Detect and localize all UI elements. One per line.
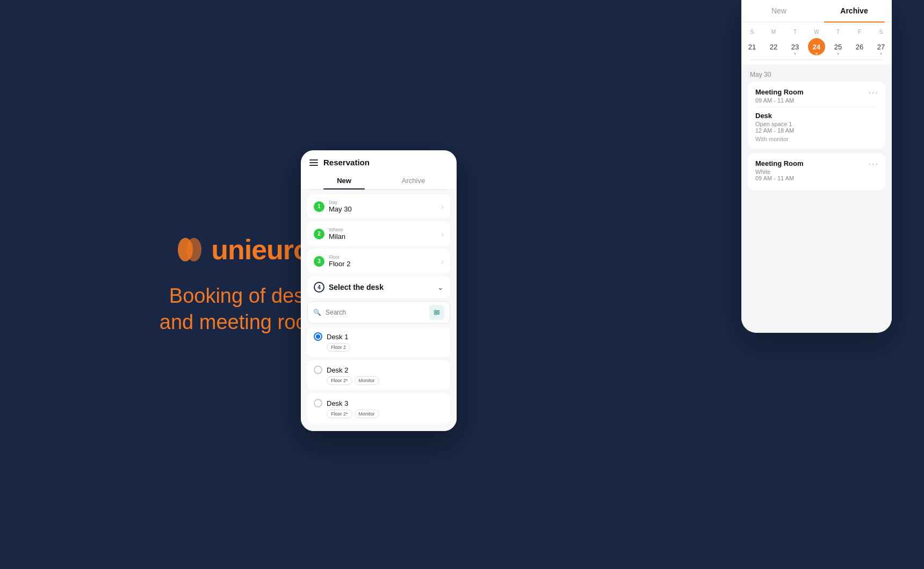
event-card-2: Meeting Room White 09 AM - 11 AM ···	[748, 153, 885, 190]
phone-header: Reservation New Archive	[301, 150, 457, 190]
filter-sliders-icon	[433, 309, 441, 316]
calendar-section: S M T W T F S 21 22 23 24	[741, 23, 892, 64]
cal-day-21[interactable]: 21	[743, 38, 761, 55]
calendar-days-row: 21 22 23 24 25 26 27	[741, 38, 892, 55]
cal-day-24[interactable]: 24	[808, 38, 825, 55]
tab-new[interactable]: New	[309, 172, 379, 189]
cal-day-27[interactable]: 27	[872, 38, 890, 55]
cal-dot-23	[794, 53, 796, 55]
event-2-location: Open space 1	[755, 121, 878, 127]
step-1-row[interactable]: 1 Day May 30 ›	[307, 194, 450, 218]
event-card-2-more-button[interactable]: ···	[869, 159, 879, 169]
event-date-header: May 30	[741, 64, 892, 82]
desk-3-tags: Floor 2* Monitor	[327, 410, 444, 418]
phone-tabs: New Archive	[309, 172, 448, 189]
unieuro-logo-icon	[174, 234, 206, 266]
cal-label-w: W	[808, 29, 825, 35]
right-tabs: New Archive	[741, 0, 892, 23]
step-1-value: May 30	[329, 205, 352, 213]
step-3-content: Floor Floor 2	[329, 254, 350, 268]
step-3-label: Floor	[329, 254, 350, 260]
step-2-row[interactable]: 2 Where Milan ›	[307, 222, 450, 246]
step-3-row[interactable]: 3 Floor Floor 2 ›	[307, 249, 450, 273]
step-2-chevron: ›	[441, 230, 444, 238]
event-card-2-time: 09 AM - 11 AM	[755, 175, 878, 181]
cal-label-s1: S	[743, 29, 761, 35]
desk-1-tag-1: Floor 2	[327, 343, 350, 352]
step-3-chevron: ›	[441, 257, 444, 266]
step-1-left: 1 Day May 30	[314, 200, 352, 213]
calendar-day-labels: S M T W T F S	[741, 29, 892, 35]
event-1-time: 09 AM - 11 AM	[755, 97, 878, 104]
desk-2-radio[interactable]	[314, 366, 322, 374]
step-3-value: Floor 2	[329, 260, 350, 268]
event-card-1: Meeting Room 09 AM - 11 AM Desk Open spa…	[748, 82, 885, 149]
phone-app-container: Reservation New Archive 1	[301, 150, 457, 431]
tagline-line1: Booking of desk	[160, 283, 324, 309]
right-tab-new[interactable]: New	[741, 0, 817, 21]
step-1-content: Day May 30	[329, 200, 352, 213]
step-2-content: Where Milan	[329, 227, 345, 240]
cal-label-s2: S	[872, 29, 890, 35]
cal-label-t2: T	[829, 29, 847, 35]
step-2-number: 2	[314, 229, 324, 239]
svg-point-5	[435, 310, 437, 312]
desk-1-name: Desk 1	[327, 333, 348, 341]
events-section: May 30 Meeting Room 09 AM - 11 AM Desk O…	[741, 64, 892, 333]
step-4-row[interactable]: 4 Select the desk ⌄	[307, 276, 450, 298]
event-1-type: Meeting Room	[755, 88, 878, 96]
desk-1-radio[interactable]	[314, 332, 322, 341]
desk-2-top: Desk 2	[314, 366, 444, 374]
desk-2-name: Desk 2	[327, 366, 348, 374]
event-2-time: 12 AM - 18 AM	[755, 127, 878, 134]
svg-point-6	[437, 312, 439, 313]
step-4-label: Select the desk	[329, 283, 384, 291]
step-1-label: Day	[329, 200, 352, 205]
desk-3-name: Desk 3	[327, 399, 348, 407]
desk-2-tag-2: Monitor	[355, 376, 379, 385]
step-1-chevron: ›	[441, 202, 444, 211]
phone-app-title: Reservation	[323, 158, 370, 167]
svg-point-1	[186, 238, 201, 261]
right-app-container: New Archive S M T W T F S 21 22 23	[741, 0, 892, 333]
phone-mockup: Reservation New Archive 1	[301, 150, 462, 569]
step-4-number: 4	[314, 282, 324, 293]
step-3-left: 3 Floor Floor 2	[314, 254, 350, 268]
right-section: New Archive S M T W T F S 21 22 23	[741, 0, 892, 569]
cal-day-26[interactable]: 26	[851, 38, 868, 55]
search-icon: 🔍	[313, 309, 321, 316]
event-card-divider	[755, 107, 878, 107]
step-4-left: 4 Select the desk	[314, 282, 384, 293]
tab-archive[interactable]: Archive	[379, 172, 448, 189]
search-row: 🔍	[307, 301, 450, 324]
search-input[interactable]	[326, 309, 425, 316]
event-2-note: With monitor	[755, 136, 878, 142]
cal-dot-24	[815, 53, 818, 55]
phone-header-top: Reservation	[309, 158, 448, 167]
tagline: Booking of desk and meeting room	[160, 283, 324, 336]
step-4-chevron: ⌄	[437, 283, 444, 291]
desk-3-item: Desk 3 Floor 2* Monitor	[307, 393, 450, 424]
desk-2-item: Desk 2 Floor 2* Monitor	[307, 360, 450, 390]
hamburger-menu-icon[interactable]	[309, 159, 318, 166]
phone-body: 1 Day May 30 › 2 Where Mil	[301, 190, 457, 431]
desk-1-top: Desk 1	[314, 332, 444, 341]
cal-label-t1: T	[786, 29, 804, 35]
event-2-type: Desk	[755, 112, 878, 120]
desk-1-item: Desk 1 Floor 2	[307, 327, 450, 357]
desk-3-radio[interactable]	[314, 399, 322, 407]
step-2-label: Where	[329, 227, 345, 232]
desk-1-tags: Floor 2	[327, 343, 444, 352]
filter-icon-button[interactable]	[429, 305, 444, 320]
step-3-number: 3	[314, 256, 324, 267]
event-card-1-more-button[interactable]: ···	[869, 88, 879, 98]
desk-3-tag-2: Monitor	[355, 410, 379, 418]
cal-label-f: F	[851, 29, 868, 35]
cal-day-22[interactable]: 22	[765, 38, 782, 55]
cal-day-23[interactable]: 23	[786, 38, 804, 55]
cal-day-25[interactable]: 25	[829, 38, 847, 55]
step-2-value: Milan	[329, 232, 345, 240]
right-tab-archive[interactable]: Archive	[817, 0, 892, 21]
cal-dot-27	[880, 53, 882, 55]
svg-point-7	[435, 313, 437, 315]
